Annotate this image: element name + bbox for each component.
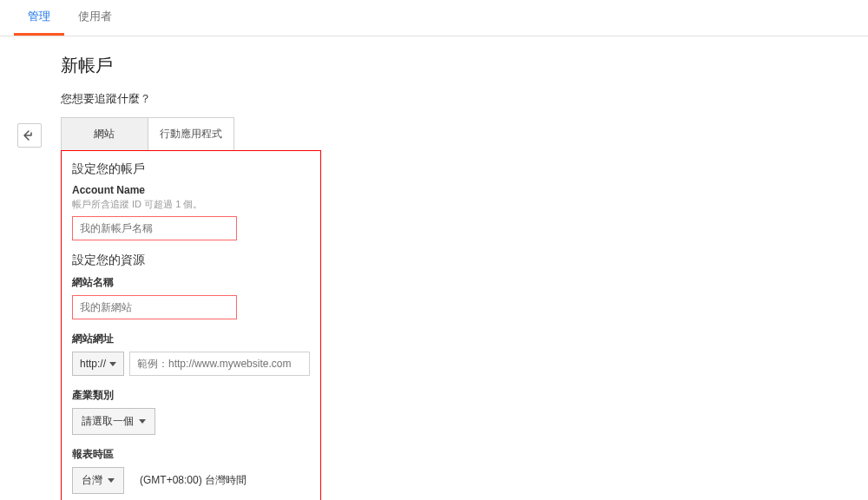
setup-account-heading: 設定您的帳戶 [72,161,310,177]
site-url-group: 網站網址 http:// [72,332,310,376]
account-name-label: Account Name [72,184,310,196]
site-name-group: 網站名稱 [72,275,310,319]
track-type-tabs: 網站 行動應用程式 [61,117,234,151]
account-name-note: 帳戶所含追蹤 ID 可超過 1 個。 [72,198,310,211]
content: 新帳戶 您想要追蹤什麼？ 網站 行動應用程式 設定您的帳戶 Account Na… [0,36,868,500]
site-name-input[interactable] [72,295,237,319]
timezone-display: (GMT+08:00) 台灣時間 [140,473,247,488]
track-tab-mobile[interactable]: 行動應用程式 [148,118,234,150]
timezone-country-value: 台灣 [82,473,102,488]
site-name-label: 網站名稱 [72,275,310,290]
industry-label: 產業類別 [72,388,310,403]
tab-manage[interactable]: 管理 [14,0,64,36]
track-tab-website[interactable]: 網站 [62,118,148,150]
timezone-label: 報表時區 [72,447,310,462]
site-url-label: 網站網址 [72,332,310,346]
site-url-input[interactable] [129,352,310,376]
form-box: 設定您的帳戶 Account Name 帳戶所含追蹤 ID 可超過 1 個。 設… [61,150,321,500]
protocol-value: http:// [80,358,106,370]
timezone-country-dropdown[interactable]: 台灣 [72,467,124,494]
timezone-group: 報表時區 台灣 (GMT+08:00) 台灣時間 [72,447,310,494]
page-title: 新帳戶 [61,54,868,77]
setup-property-heading: 設定您的資源 [72,253,310,268]
account-name-input[interactable] [72,216,237,240]
chevron-down-icon [109,362,116,366]
track-prompt: 您想要追蹤什麼？ [61,91,868,107]
industry-dropdown[interactable]: 請選取一個 [72,408,155,435]
back-arrow-icon [23,130,36,141]
chevron-down-icon [108,478,115,483]
tab-user[interactable]: 使用者 [64,0,126,36]
chevron-down-icon [139,419,146,424]
account-name-group: Account Name 帳戶所含追蹤 ID 可超過 1 個。 [72,184,310,240]
back-button[interactable] [17,123,42,148]
protocol-dropdown[interactable]: http:// [72,352,124,376]
industry-group: 產業類別 請選取一個 [72,388,310,435]
industry-value: 請選取一個 [82,414,134,429]
top-tabs: 管理 使用者 [0,0,868,36]
